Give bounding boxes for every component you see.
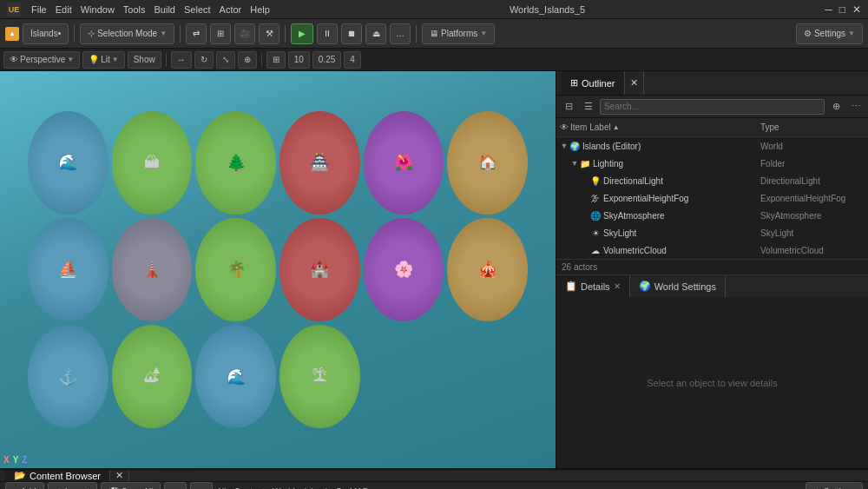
stop-btn[interactable]: ⏹ (341, 23, 362, 44)
tree-node-label: SkyLight (603, 228, 760, 238)
maximize-btn[interactable]: □ (839, 3, 845, 16)
content-browser-tab-bar: 📂 Content Browser ✕ (0, 470, 868, 482)
tree-node-type: DirectionalLight (760, 176, 865, 186)
island-item: ⚓ (28, 325, 108, 428)
outliner-content[interactable]: ▼🌍Islands (Editor)World▼📁LightingFolder💡… (556, 137, 868, 259)
main-toolbar: ▲ Islands• ⊹ Selection Mode ▼ ⇄ ⊞ 🎥 ⚒ ▶ … (0, 19, 868, 49)
cb-nav-back-btn[interactable]: ◀ (164, 482, 187, 489)
titlebar: UE FileEditWindowToolsBuildSelectActorHe… (0, 0, 868, 19)
menu-actor[interactable]: Actor (220, 4, 242, 15)
rotate-btn[interactable]: ↻ (194, 51, 214, 69)
more-btn[interactable]: … (390, 23, 411, 44)
details-tab[interactable]: 📋 Details ✕ (556, 275, 630, 297)
play-btn[interactable]: ▶ (291, 23, 313, 44)
toolbar-logo: ▲ (5, 27, 19, 41)
right-panel: ⊞ Outliner ✕ ⊟ ☰ ⊕ ⋯ 👁 Item Label ▲ Type… (556, 71, 868, 468)
minimize-btn[interactable]: ─ (825, 3, 832, 16)
selection-mode-btn[interactable]: ⊹ Selection Mode ▼ (80, 23, 174, 44)
menu-build[interactable]: Build (155, 4, 175, 15)
tree-node-type: SkyAtmosphere (760, 211, 865, 221)
tree-item[interactable]: ▼🌍Islands (Editor)World (556, 137, 868, 155)
viewport-overlay: X Y Z (3, 455, 27, 465)
pause-btn[interactable]: ⏸ (317, 23, 338, 44)
outliner-search[interactable] (600, 99, 825, 115)
content-browser-icon: 📂 (14, 470, 26, 481)
details-empty-msg: Select an object to view details (647, 378, 777, 388)
add-btn[interactable]: + Add (5, 482, 44, 489)
tree-node-label: DirectionalLight (603, 176, 760, 186)
outliner-tab[interactable]: ⊞ Outliner (562, 71, 625, 95)
platforms-btn[interactable]: 🖥 Platforms ▼ (422, 23, 495, 44)
menu-tools[interactable]: Tools (123, 4, 146, 15)
eject-btn[interactable]: ⏏ (365, 23, 386, 44)
import-btn[interactable]: ⬆ Import (48, 482, 97, 489)
build-btn[interactable]: ⚒ (259, 23, 279, 44)
titlebar-left: UE FileEditWindowToolsBuildSelectActorHe… (7, 3, 270, 17)
island-item: 🏕 (112, 325, 193, 428)
outliner-add-btn[interactable]: ⊕ (827, 98, 845, 116)
content-browser-close-btn[interactable]: ✕ (110, 470, 129, 481)
tree-node-label: Islands (Editor) (582, 142, 760, 151)
transform-btn[interactable]: ⇄ (186, 23, 207, 44)
col-label[interactable]: 👁 Item Label ▲ (560, 122, 760, 132)
perspective-dropdown-icon: ▼ (67, 56, 74, 63)
world-settings-tab[interactable]: 🌍 World Settings (630, 275, 726, 297)
cb-nav-forward-btn[interactable]: ▶ (190, 482, 213, 489)
cursor-icon: ⊹ (88, 29, 95, 38)
world-settings-label: World Settings (654, 281, 716, 292)
tree-item[interactable]: 🌫ExponentialHeightFogExponentialHeightFo… (556, 189, 868, 207)
scale-btn[interactable]: ⤡ (216, 51, 235, 69)
tree-item[interactable]: 💡DirectionalLightDirectionalLight (556, 172, 868, 189)
lit-dropdown-icon: ▼ (112, 56, 119, 63)
tree-node-type: World (760, 142, 865, 151)
tree-node-icon: ☀ (589, 228, 602, 238)
outliner-filter-btn[interactable]: ⊟ (560, 98, 577, 116)
snap-btn[interactable]: ⊞ (210, 23, 231, 44)
tree-node-icon: 🌍 (569, 142, 581, 151)
viewport[interactable]: 🌊🏔🌲🏯🌺🏠⛵🗼🌴🏰🌸🎪⚓🏕🌊🏝 X Y Z (0, 71, 556, 468)
menu-file[interactable]: File (31, 4, 47, 15)
perspective-btn[interactable]: 👁 Perspective ▼ (3, 51, 80, 69)
tab-islands[interactable]: Islands• (23, 23, 69, 44)
main-layout: 🌊🏔🌲🏯🌺🏠⛵🗼🌴🏰🌸🎪⚓🏕🌊🏝 X Y Z ⊞ Outliner ✕ ⊟ (0, 71, 868, 468)
settings-label: Settings (814, 29, 845, 38)
toolbar-sep-2 (180, 25, 181, 43)
outliner-label: Outliner (582, 78, 615, 89)
menu-window[interactable]: Window (81, 4, 115, 15)
content-browser-tab[interactable]: 📂 Content Browser (5, 470, 110, 481)
settings-btn[interactable]: ⚙ Settings ▼ (796, 23, 863, 44)
island-item: 🏰 (279, 218, 360, 321)
island-item: 🌺 (364, 111, 444, 215)
scale-snap-btn[interactable]: 4 (344, 51, 361, 69)
lit-btn[interactable]: 💡 Lit ▼ (82, 51, 124, 69)
tree-item[interactable]: 🌐SkyAtmosphereSkyAtmosphere (556, 207, 868, 224)
menu-edit[interactable]: Edit (56, 4, 72, 15)
details-close-btn[interactable]: ✕ (614, 281, 621, 291)
world-local-btn[interactable]: ⊕ (238, 51, 257, 69)
outliner-settings-btn[interactable]: ☰ (580, 98, 597, 116)
angle-snap-btn[interactable]: 0.25 (312, 51, 341, 69)
outliner-tab-bar: ⊞ Outliner ✕ (556, 71, 868, 96)
translate-btn[interactable]: ↔ (171, 51, 192, 69)
toolbar-sep-4 (416, 25, 417, 43)
titlebar-controls: ─ □ ✕ (825, 3, 861, 16)
outliner-close-btn[interactable]: ✕ (625, 71, 644, 95)
menu-help[interactable]: Help (250, 4, 270, 15)
camera-btn[interactable]: 🎥 (234, 23, 255, 44)
save-all-btn[interactable]: 💾 Save All (101, 482, 161, 489)
col-label-text: Item Label (570, 122, 611, 132)
tree-item[interactable]: ▼📁LightingFolder (556, 155, 868, 172)
lit-icon: 💡 (89, 55, 99, 64)
island-item: 🌴 (195, 218, 276, 321)
outliner-options-btn[interactable]: ⋯ (847, 98, 865, 116)
cb-settings-btn[interactable]: ⚙ Settings (806, 482, 863, 489)
show-btn[interactable]: Show (128, 51, 161, 69)
grid-btn[interactable]: ⊞ (266, 51, 286, 69)
tree-item[interactable]: ☁VolumetricCloudVolumetricCloud (556, 241, 868, 259)
grid-snap-btn[interactable]: 10 (288, 51, 310, 69)
close-btn[interactable]: ✕ (852, 3, 861, 16)
tree-item[interactable]: ☀SkyLightSkyLight (556, 224, 868, 241)
content-browser-label: Content Browser (30, 471, 101, 481)
menu-select[interactable]: Select (184, 4, 211, 15)
titlebar-menus: FileEditWindowToolsBuildSelectActorHelp (31, 4, 270, 15)
